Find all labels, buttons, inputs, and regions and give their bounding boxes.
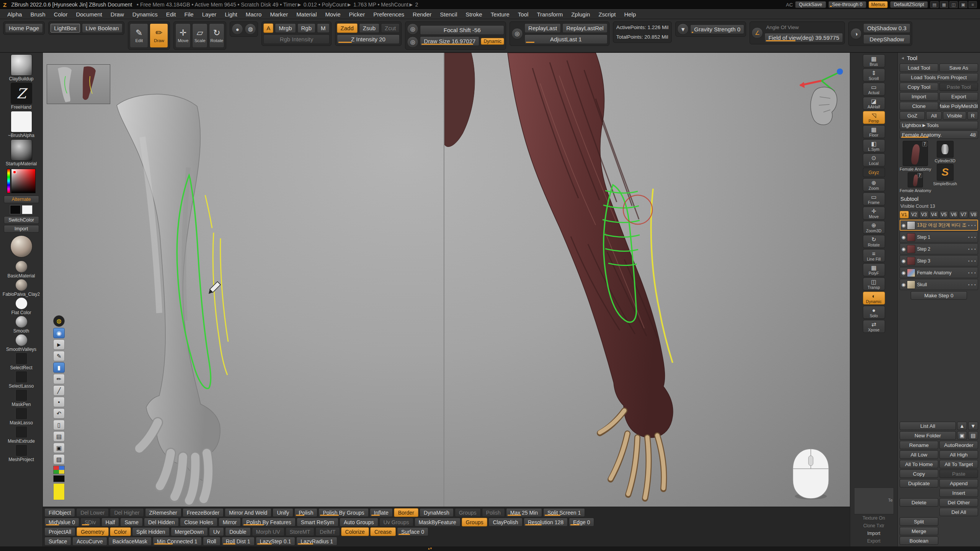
tool-thumb-cylinder3d[interactable] [937,141,954,158]
subtool-row[interactable]: ◉ 13강 여성 3단계 바디 조각 - [삼각... ● ● ● [900,220,978,231]
subtool-action-button[interactable]: All High [939,450,978,459]
bottombar-button[interactable]: Smart ReSym [297,518,338,527]
menu-item[interactable]: Help [620,10,640,18]
eye-icon[interactable]: ◉ [902,270,905,276]
saturation-square[interactable] [11,169,36,193]
obj-shadow-button[interactable]: ObjShadow 0.3 [863,23,910,33]
subtool-row[interactable]: ◉ Step 1 ● ● ● [900,231,978,243]
brush-smooth[interactable]: Smooth [2,316,41,334]
menu-item[interactable]: Layer [198,10,221,18]
texture-startupmaterial[interactable]: StartupMaterial [2,139,41,166]
bottombar-button[interactable]: ClayPolish [488,518,522,527]
subtool-action-button[interactable]: Boolean [900,536,938,545]
gravity-strength-slider[interactable]: Gravity Strength 0 [690,24,744,34]
mini-palette-swatch[interactable] [53,466,65,474]
polypaint-sphere-button[interactable]: ◍ [245,23,256,35]
menu-item[interactable]: Tool [514,10,533,18]
bottombar-button[interactable]: Mirror [219,518,241,527]
replay-last-rel-button[interactable]: ReplayLastRel [562,23,608,33]
bottombar-button[interactable]: Groups [455,508,481,517]
dynamic-toggle[interactable]: Dynamic [481,38,504,45]
focal-knob-icon[interactable]: ◎ [407,23,418,35]
bottombar-button[interactable]: Unify [273,508,293,517]
goz-visible-button[interactable]: Visible [943,111,966,120]
subtool-row[interactable]: ◉ Skull ● ● ● [900,279,978,290]
subtool-section-header[interactable]: Subtool [900,195,978,202]
replay-last-button[interactable]: ReplayLast [524,23,561,33]
subtool-action-button[interactable]: Paste [939,469,978,478]
menu-item[interactable]: Edit [162,10,180,18]
subtool-option-icons[interactable]: ● ● ● [968,259,976,262]
bottombar-button[interactable]: StoreMT [286,527,315,536]
subtool-action-button[interactable]: Rename [900,441,938,449]
menu-item[interactable]: Color [50,10,72,18]
menu-item[interactable]: Zplugin [567,10,594,18]
bottombar-button[interactable]: FillObject [44,508,75,517]
bottombar-button[interactable]: Roll Dist 1 [222,537,255,546]
menu-item[interactable]: Preferences [369,10,408,18]
rotate-button[interactable]: ↻ Rotate [209,23,224,48]
current-material-sphere[interactable] [10,235,33,258]
menu-item[interactable]: Material [292,10,321,18]
rgb-intensity-slider[interactable]: Rgb Intensity [263,34,329,44]
bottombar-button[interactable]: Geometry [77,527,108,536]
image-icon[interactable]: ▣ [53,443,65,453]
brush-meshextrude[interactable]: MeshExtrude [2,426,41,444]
pen-cursor-icon[interactable]: ✎ [53,351,65,361]
brush-maskpen[interactable]: MaskPen [2,389,41,407]
subtool-action-button[interactable]: Del Other [939,498,978,507]
m-button[interactable]: M [317,23,330,33]
z-intensity-slider[interactable]: Z Intensity 20 [337,34,400,44]
menu-item[interactable]: Brush [26,10,49,18]
hue-strip[interactable] [7,169,10,193]
grid-icon[interactable]: ▦ [940,1,948,8]
eye-icon[interactable]: ◉ [902,258,905,264]
main-color-swatch[interactable] [10,205,21,214]
bottombar-button[interactable]: Split Screen 1 [543,508,585,517]
gxyz-button[interactable]: Gxyz [863,168,885,177]
subtool-action-button[interactable]: AutoReorder [939,441,978,449]
bottombar-button[interactable]: Inflate [370,508,393,517]
screen-icon[interactable]: ▣ [959,1,967,8]
subtool-action-button[interactable]: All To Target [939,460,978,468]
copy-tool-button[interactable]: Copy Tool [900,83,938,91]
zoom-button[interactable]: ⊕ Zoom [863,178,885,191]
bottombar-button[interactable]: Mirror And Weld [225,508,271,517]
bottombar-button[interactable]: Border [394,508,418,517]
bottombar-button[interactable]: MidValue 0 [44,518,79,527]
bottombar-button[interactable]: Uv Groups [379,518,413,527]
menu-item[interactable]: Draw [106,10,128,18]
subtool-version-tab[interactable]: V3 [920,211,929,218]
default-zscript-button[interactable]: DefaultZScript [890,1,928,8]
texture-tray-tab[interactable]: Te [888,498,893,502]
menus-button[interactable]: Menus [869,1,888,8]
clay-arm-silhouette[interactable] [117,94,220,482]
subtool-option-icons[interactable]: ● ● ● [968,248,976,250]
panels-icon[interactable]: ◫ [949,1,958,8]
bottombar-button[interactable]: FreezeBorder [183,508,224,517]
subtool-action-button[interactable]: Delete [900,498,938,507]
zsub-button[interactable]: Zsub [359,23,379,33]
bottombar-button[interactable]: Split Hidden [132,527,170,536]
make-polymesh3d-button[interactable]: Make PolyMesh3D [939,102,978,110]
secondary-color-swatch[interactable] [22,205,33,214]
floor-button[interactable]: ▦ Floor [863,125,885,138]
eye-icon[interactable]: ◉ [902,282,905,287]
undo-icon[interactable]: ↶ [53,408,65,419]
bottombar-button[interactable]: LazyStep 0.1 [256,537,296,546]
load-tools-from-project-button[interactable]: Load Tools From Project [900,73,978,82]
bottombar-button[interactable]: Auto Groups [340,518,378,527]
bottombar-button[interactable]: Surface 0 [397,527,428,536]
docked-tray-box[interactable]: Te [854,487,894,514]
clone-button[interactable]: Clone [900,102,938,110]
tool-thumb-female-anatomy[interactable]: 7 [903,141,928,166]
paste-tool-button[interactable]: Paste Tool [939,83,978,91]
home-page-button[interactable]: Home Page [5,23,43,33]
mrgb-button[interactable]: Mrgb [275,23,296,33]
subtool-action-button[interactable]: Copy [900,469,938,478]
live-boolean-button[interactable]: Live Boolean [82,23,123,33]
brush-masklasso[interactable]: MaskLasso [2,408,41,425]
tool-panel-collapse-icon[interactable]: ◄ [901,56,905,60]
subtool-version-tab[interactable]: V1 [900,211,909,218]
solo-button[interactable]: ● Solo [863,306,885,319]
